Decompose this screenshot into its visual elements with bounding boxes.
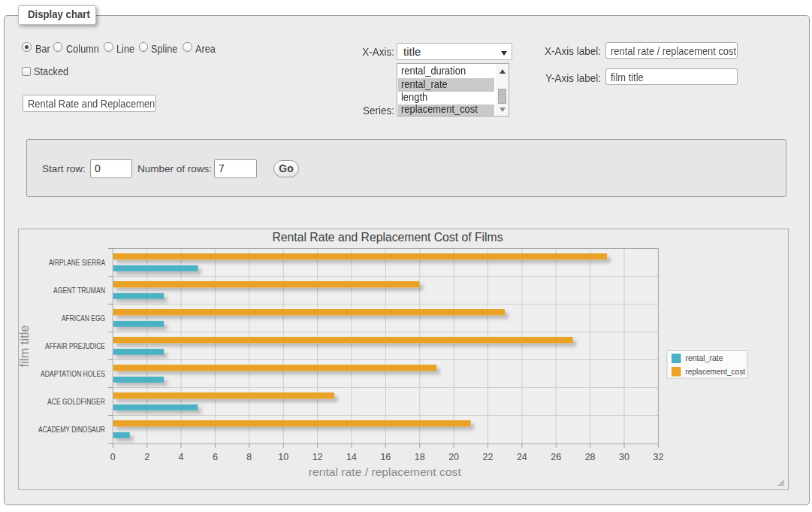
svg-text:AGENT TRUMAN: AGENT TRUMAN [53,286,105,295]
svg-text:0: 0 [110,452,116,462]
svg-text:4: 4 [179,452,184,462]
svg-text:replacement_cost: replacement_cost [686,367,746,376]
svg-text:rental rate / replacement cost: rental rate / replacement cost [309,465,462,478]
svg-text:ADAPTATION HOLES: ADAPTATION HOLES [41,369,105,378]
svg-text:16: 16 [380,452,391,462]
svg-text:2: 2 [144,452,149,462]
svg-text:ACADEMY DINOSAUR: ACADEMY DINOSAUR [38,425,105,434]
svg-text:26: 26 [551,452,561,462]
svg-text:AFRICAN EGG: AFRICAN EGG [62,314,105,323]
svg-text:28: 28 [585,452,596,462]
svg-text:8: 8 [246,452,252,462]
svg-text:6: 6 [213,452,218,462]
svg-text:18: 18 [415,452,425,462]
svg-text:12: 12 [312,452,323,462]
svg-text:24: 24 [517,452,527,462]
svg-text:AIRPLANE SIERRA: AIRPLANE SIERRA [49,258,105,267]
svg-text:rental_rate: rental_rate [686,353,723,362]
svg-text:film title: film title [18,325,31,367]
svg-text:30: 30 [619,452,629,462]
svg-text:ACE GOLDFINGER: ACE GOLDFINGER [47,397,105,406]
svg-text:10: 10 [278,452,288,462]
svg-text:32: 32 [653,452,663,462]
svg-text:14: 14 [346,452,357,462]
svg-text:22: 22 [483,452,494,462]
svg-text:AFFAIR PREJUDICE: AFFAIR PREJUDICE [45,341,105,350]
svg-text:20: 20 [448,452,459,462]
svg-text:Rental Rate and Replacement Co: Rental Rate and Replacement Cost of Film… [273,231,503,244]
